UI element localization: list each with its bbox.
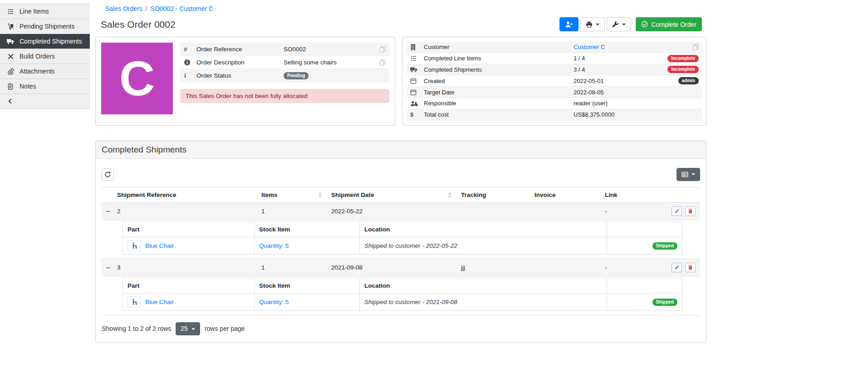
shipment-detail-row: Part Stock Item Location xyxy=(102,276,700,315)
subcolumn-stock-item: Stock Item xyxy=(255,221,360,237)
link-cell: - xyxy=(600,202,644,220)
breadcrumb-current[interactable]: SO0002 - Customer C xyxy=(151,5,214,12)
tracking-cell xyxy=(456,202,530,220)
shipments-table: Shipment Reference Items Shipment Date T… xyxy=(102,187,700,315)
copy-icon[interactable] xyxy=(379,46,386,53)
customer-link[interactable]: Customer C xyxy=(574,44,605,50)
detail-row-order-reference: # Order Reference SO0002 xyxy=(180,43,389,56)
order-actions-dropdown[interactable] xyxy=(607,17,631,31)
sidebar-item-line-items[interactable]: Line Items xyxy=(0,4,90,19)
order-details-table: # Order Reference SO0002 xyxy=(180,43,389,120)
copy-icon[interactable] xyxy=(692,44,699,50)
user-plus-icon xyxy=(565,21,573,28)
part-thumbnail[interactable] xyxy=(128,296,141,308)
part-link[interactable]: Blue Chair xyxy=(145,242,174,249)
sidebar-item-label: Line Items xyxy=(20,8,49,15)
truck-icon xyxy=(6,39,15,44)
subcolumn-location: Location xyxy=(360,278,607,293)
main-content: Sales Orders / SO0002 - Customer C Sales… xyxy=(90,0,868,343)
copy-icon[interactable] xyxy=(379,59,386,66)
collapse-row-button[interactable]: − xyxy=(106,207,110,215)
users-icon xyxy=(410,100,424,107)
detail-value: SO0002 xyxy=(284,46,379,53)
part-thumbnail[interactable] xyxy=(128,240,141,251)
pencil-icon xyxy=(674,265,680,270)
clipboard-icon xyxy=(6,83,15,90)
table-pagination: Showing 1 to 2 of 2 rows 25 rows per pag… xyxy=(102,322,700,335)
subcolumn-part: Part xyxy=(123,221,255,237)
shipment-item-row: Blue Chair Quantity: 5 Shipped to custom… xyxy=(123,293,682,310)
actions-column-header xyxy=(644,187,700,202)
link-cell: - xyxy=(600,259,644,276)
subcolumn-status xyxy=(607,221,682,237)
dollar-icon: $ xyxy=(410,111,424,118)
subcolumn-part: Part xyxy=(123,278,255,293)
sidebar-item-notes[interactable]: Notes xyxy=(0,79,90,94)
location-cell: Shipped to customer - 2022-05-22 xyxy=(360,237,607,254)
sort-icon[interactable] xyxy=(318,192,322,198)
breadcrumb: Sales Orders / SO0002 - Customer C xyxy=(95,4,706,14)
panel-body: Shipment Reference Items Shipment Date T… xyxy=(96,159,706,343)
detail-value: Pending xyxy=(284,72,386,79)
complete-order-label: Complete Order xyxy=(651,21,696,28)
edit-shipment-button[interactable] xyxy=(672,263,682,272)
rows-per-page-label: rows per page xyxy=(205,325,245,332)
shipment-date-cell: 2022-05-22 xyxy=(327,202,456,220)
meta-label: Completed Shipments xyxy=(424,66,574,73)
list-icon xyxy=(6,8,15,15)
tracking-cell: jjj xyxy=(456,259,530,276)
chevron-left-icon xyxy=(6,98,15,104)
sort-icon[interactable] xyxy=(448,192,452,198)
sidebar-collapse-button[interactable] xyxy=(0,94,90,109)
order-thumbnail[interactable]: C xyxy=(101,43,173,114)
shipped-status-badge: Shipped xyxy=(652,299,677,306)
complete-order-button[interactable]: Complete Order xyxy=(636,17,702,31)
sidebar-item-pending-shipments[interactable]: Pending Shipments xyxy=(0,19,90,34)
meta-row-shipments: Completed Shipments 3 / 4 Incomplete xyxy=(407,64,702,76)
detail-label: Order Description xyxy=(196,59,284,66)
hash-icon: # xyxy=(184,46,196,53)
check-circle-icon xyxy=(641,21,648,28)
page-title: Sales Order 0002 xyxy=(101,19,176,30)
column-shipment-reference[interactable]: Shipment Reference xyxy=(113,187,257,202)
meta-row-total-cost: $ Total cost US$8,375.0000 xyxy=(407,109,702,121)
info-icon xyxy=(184,72,196,79)
table-toolbar xyxy=(102,168,700,181)
sidebar-item-label: Build Orders xyxy=(20,53,55,60)
stock-item-link[interactable]: Quantity: 5 xyxy=(259,299,289,305)
subcolumn-location: Location xyxy=(360,221,607,237)
meta-label: Total cost xyxy=(424,111,574,118)
meta-row-responsible: Responsible reader (user) xyxy=(407,98,702,109)
shipment-row: − 2 1 2022-05-22 - xyxy=(102,202,700,220)
user-badge: admin xyxy=(678,77,699,84)
sidebar-item-label: Notes xyxy=(20,83,36,90)
delete-shipment-button[interactable] xyxy=(685,206,696,216)
wrench-icon xyxy=(612,21,619,28)
refresh-icon xyxy=(104,171,111,178)
columns-dropdown-button[interactable] xyxy=(677,168,700,181)
calendar-icon xyxy=(410,89,424,96)
app-root: Line Items Pending Shipments Completed S… xyxy=(0,0,868,343)
column-shipment-date[interactable]: Shipment Date xyxy=(327,187,456,202)
part-link[interactable]: Blue Chair xyxy=(145,299,174,305)
sidebar-item-build-orders[interactable]: Build Orders xyxy=(0,49,90,64)
paperclip-icon xyxy=(6,68,15,75)
caret-down-icon xyxy=(622,24,626,25)
sidebar-item-label: Attachments xyxy=(20,68,55,75)
order-details-card: C # Order Reference SO0002 xyxy=(95,37,395,126)
sidebar-item-completed-shipments[interactable]: Completed Shipments xyxy=(0,34,90,49)
page-size-dropdown[interactable]: 25 xyxy=(176,322,200,335)
info-circle-icon xyxy=(184,59,196,66)
collapse-row-button[interactable]: − xyxy=(106,264,110,271)
invoice-cell xyxy=(530,259,600,276)
shipment-reference-cell: 3 xyxy=(113,259,257,276)
column-items[interactable]: Items xyxy=(257,187,327,202)
edit-shipment-button[interactable] xyxy=(672,206,682,216)
refresh-button[interactable] xyxy=(102,168,114,181)
print-actions-dropdown[interactable] xyxy=(580,17,605,31)
sidebar-item-attachments[interactable]: Attachments xyxy=(0,64,90,79)
breadcrumb-sales-orders[interactable]: Sales Orders xyxy=(105,5,142,12)
stock-item-link[interactable]: Quantity: 5 xyxy=(259,242,289,249)
customer-actions-button[interactable] xyxy=(559,17,579,31)
delete-shipment-button[interactable] xyxy=(685,263,696,272)
